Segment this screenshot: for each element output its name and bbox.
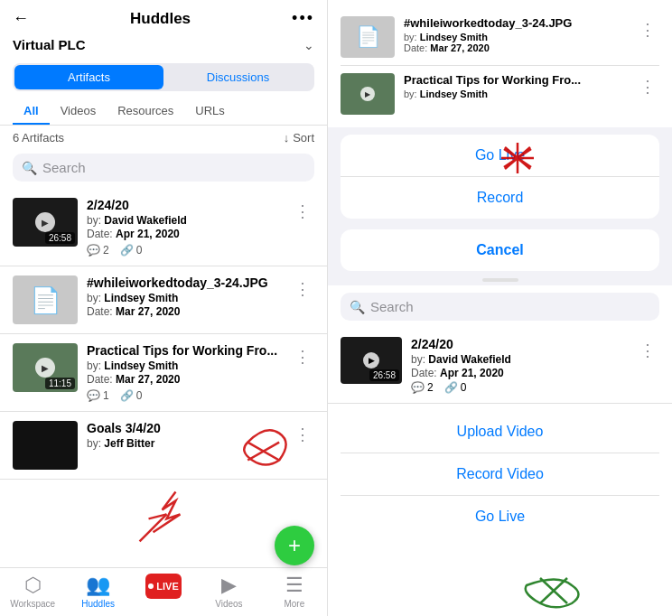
link-count: 🔗 0: [120, 389, 143, 402]
bottom-action-sheet: Upload Video Record Video Go Live: [341, 411, 659, 537]
artifact-thumbnail: [13, 421, 78, 470]
search-icon: 🔍: [22, 161, 37, 175]
add-artifact-fab[interactable]: +: [275, 526, 314, 565]
artifact-item[interactable]: 📄 #whileiworkedtoday_3-24.JPG by: Lindse…: [0, 266, 327, 334]
artifact-stats: 💬 2 🔗 0: [87, 244, 282, 257]
workspace-name: Virtual PLC: [13, 37, 86, 52]
right-item-more-button[interactable]: ⋮: [636, 73, 659, 100]
tab-all[interactable]: All: [13, 98, 50, 125]
artifact-info: Goals 3/4/20 by: Jeff Bitter: [87, 421, 282, 451]
artifacts-tab[interactable]: Artifacts: [14, 65, 163, 89]
workspace-chevron-icon[interactable]: ⌄: [303, 38, 314, 52]
more-nav-icon: ☰: [285, 574, 303, 597]
comment-count: 💬 1: [87, 389, 109, 402]
link-icon: 🔗: [120, 389, 134, 402]
go-live-bottom-button[interactable]: Go Live: [341, 496, 659, 537]
artifact-info: Practical Tips for Working Fro... by: Li…: [87, 343, 282, 402]
nav-item-huddles[interactable]: 👥 Huddles: [65, 574, 130, 609]
artifact-stats: 💬 2 🔗 0: [411, 381, 627, 394]
nav-item-live[interactable]: LIVE: [131, 574, 196, 609]
artifact-author: by: Lindsey Smith: [87, 359, 282, 372]
workspace-row: Virtual PLC ⌄: [0, 33, 327, 60]
sort-button[interactable]: ↓ Sort: [284, 131, 314, 145]
comment-count: 💬 2: [87, 244, 109, 257]
nav-item-more[interactable]: ☰ More: [262, 574, 327, 609]
right-artifact-thumbnail: ▶: [341, 73, 395, 115]
item-more-button[interactable]: ⋮: [636, 337, 659, 364]
right-artifact-thumbnail: 📄: [341, 16, 395, 58]
artifact-title: #whileiworkedtoday_3-24.JPG: [87, 275, 282, 290]
right-artifact-item[interactable]: 📄 #whileiworkedtoday_3-24.JPG by: Lindse…: [341, 9, 659, 66]
search-bar[interactable]: 🔍 Search: [13, 154, 314, 182]
right-search-input[interactable]: Search: [370, 299, 414, 314]
item-more-button[interactable]: ⋮: [291, 421, 314, 448]
search-input[interactable]: Search: [42, 160, 86, 175]
tab-resources[interactable]: Resources: [107, 98, 184, 125]
play-icon: ▶: [363, 352, 379, 369]
right-bottom-artifact[interactable]: ▶ 26:58 2/24/20 by: David Wakefield Date…: [328, 328, 672, 404]
artifact-thumbnail: 📄: [13, 275, 78, 324]
nav-label-videos: Videos: [215, 599, 242, 609]
right-artifact-title: Practical Tips for Working Fro...: [404, 73, 627, 87]
file-icon: 📄: [356, 25, 380, 49]
duration-badge: 26:58: [45, 232, 75, 244]
artifact-thumbnail: ▶ 26:58: [13, 198, 78, 247]
link-icon: 🔗: [120, 244, 134, 257]
cancel-button[interactable]: Cancel: [341, 229, 659, 271]
drag-handle: [482, 278, 518, 282]
right-top-section: 📄 #whileiworkedtoday_3-24.JPG by: Lindse…: [328, 0, 672, 127]
record-button[interactable]: Record: [341, 177, 659, 219]
file-icon: 📄: [30, 285, 61, 315]
record-video-button[interactable]: Record Video: [341, 453, 659, 496]
artifact-author: by: David Wakefield: [411, 353, 627, 366]
link-count: 🔗 0: [444, 381, 467, 394]
comment-icon: 💬: [87, 244, 100, 257]
nav-item-videos[interactable]: ▶ Videos: [196, 574, 261, 609]
comment-count: 💬 2: [411, 381, 434, 394]
artifact-title: 2/24/20: [411, 337, 627, 351]
artifact-thumbnail: ▶ 11:15: [13, 343, 78, 392]
right-artifact-info: Practical Tips for Working Fro... by: Li…: [404, 73, 627, 99]
artifact-stats: 💬 1 🔗 0: [87, 389, 282, 402]
top-action-sheet: Go Live Record: [341, 135, 659, 219]
page-title: Huddles: [130, 10, 191, 28]
artifact-author: by: Jeff Bitter: [87, 437, 282, 450]
nav-item-workspace[interactable]: ⬡ Workspace: [0, 574, 65, 609]
artifact-date: Date: Apr 21, 2020: [411, 367, 627, 379]
artifact-item[interactable]: ▶ 11:15 Practical Tips for Working Fro..…: [0, 334, 327, 412]
item-more-button[interactable]: ⋮: [291, 198, 314, 225]
huddles-icon: 👥: [86, 574, 110, 597]
back-button[interactable]: ←: [13, 9, 29, 28]
top-bar: ← Huddles •••: [0, 0, 327, 33]
workspace-icon: ⬡: [24, 574, 42, 597]
artifact-title: Practical Tips for Working Fro...: [87, 343, 282, 358]
discussions-tab[interactable]: Discussions: [163, 65, 313, 89]
upload-video-button[interactable]: Upload Video: [341, 411, 659, 453]
live-button[interactable]: LIVE: [145, 574, 182, 599]
artifact-date: Date: Apr 21, 2020: [87, 228, 282, 240]
artifact-date: Date: Mar 27, 2020: [87, 305, 282, 318]
sub-tabs: All Videos Resources URLs: [0, 98, 327, 126]
tab-urls[interactable]: URLs: [184, 98, 236, 125]
right-bottom-section: 🔍 Search ▶ 26:58 2/24/20 by: David Wakef…: [328, 285, 672, 616]
artifact-author: by: David Wakefield: [87, 214, 282, 227]
right-item-more-button[interactable]: ⋮: [636, 16, 659, 43]
go-live-button[interactable]: Go Live: [341, 135, 659, 177]
artifact-title: Goals 3/4/20: [87, 421, 282, 435]
artifact-item[interactable]: ▶ 26:58 2/24/20 by: David Wakefield Date…: [0, 189, 327, 266]
right-artifact-item[interactable]: ▶ Practical Tips for Working Fro... by: …: [341, 66, 659, 118]
right-search-bar[interactable]: 🔍 Search: [341, 293, 659, 321]
more-options-button[interactable]: •••: [292, 9, 314, 28]
right-artifact-title: #whileiworkedtoday_3-24.JPG: [404, 16, 627, 30]
artifact-info: 2/24/20 by: David Wakefield Date: Apr 21…: [87, 198, 282, 257]
right-panel: 📄 #whileiworkedtoday_3-24.JPG by: Lindse…: [328, 0, 672, 616]
tab-videos[interactable]: Videos: [50, 98, 107, 125]
item-more-button[interactable]: ⋮: [291, 343, 314, 370]
bottom-nav: ⬡ Workspace 👥 Huddles LIVE ▶ Videos ☰ Mo…: [0, 567, 327, 616]
play-icon: ▶: [360, 87, 375, 101]
artifact-item[interactable]: Goals 3/4/20 by: Jeff Bitter ⋮: [0, 412, 327, 480]
count-row: 6 Artifacts ↓ Sort: [0, 126, 327, 150]
view-toggle: Artifacts Discussions: [13, 63, 314, 91]
item-more-button[interactable]: ⋮: [291, 275, 314, 303]
artifacts-list: ▶ 26:58 2/24/20 by: David Wakefield Date…: [0, 189, 327, 567]
